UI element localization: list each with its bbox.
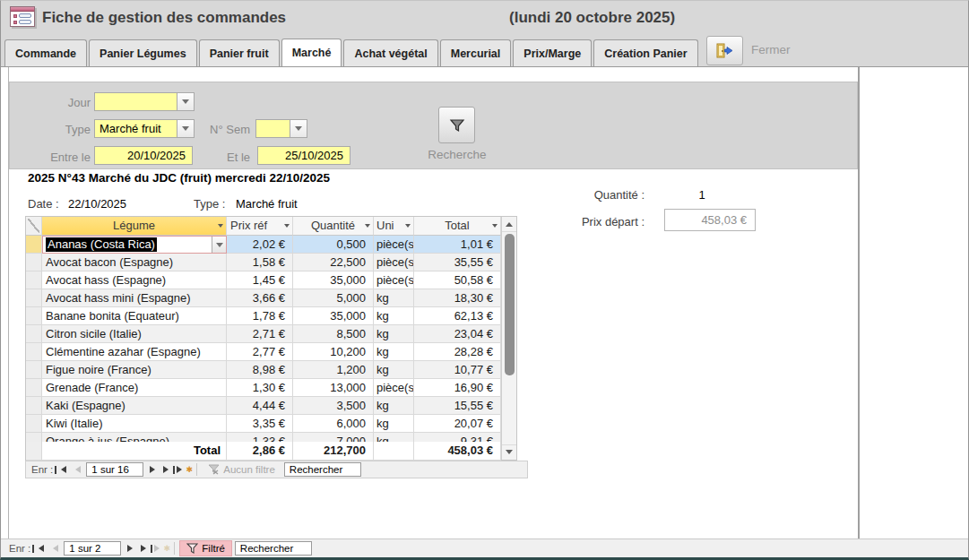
- column-header-legume[interactable]: Légume: [42, 217, 227, 236]
- sort-dropdown-icon[interactable]: [284, 224, 290, 230]
- row-selector[interactable]: [26, 325, 42, 343]
- cell-uni[interactable]: kg: [374, 289, 414, 307]
- cell-quantite[interactable]: 13,000: [293, 379, 374, 397]
- cell-uni[interactable]: kg: [374, 361, 414, 379]
- cell-prix-ref[interactable]: 2,71 €: [227, 325, 293, 343]
- cell-total[interactable]: 28,28 €: [414, 343, 501, 361]
- first-record-button[interactable]: [30, 541, 46, 556]
- cell-legume[interactable]: Avocat bacon (Espagne): [42, 254, 227, 271]
- type-combobox[interactable]: Marché fruit: [94, 119, 195, 138]
- cell-legume[interactable]: Kaki (Espagne): [42, 397, 227, 415]
- cell-total[interactable]: 10,77 €: [414, 361, 501, 379]
- date-from-field[interactable]: 20/10/2025: [94, 146, 193, 165]
- cell-uni[interactable]: pièce(s): [374, 236, 414, 254]
- next-record-button[interactable]: [124, 541, 139, 556]
- row-selector[interactable]: [26, 307, 42, 325]
- close-button-label[interactable]: Fermer: [751, 43, 791, 56]
- cell-quantite[interactable]: 8,500: [293, 325, 374, 343]
- cell-uni[interactable]: kg: [374, 343, 414, 361]
- row-selector[interactable]: [26, 397, 42, 415]
- close-button[interactable]: [706, 36, 743, 65]
- cell-legume[interactable]: Citron sicile (Italie): [42, 325, 227, 343]
- jour-combobox[interactable]: [94, 92, 195, 111]
- cell-legume[interactable]: Kiwi (Italie): [42, 415, 227, 433]
- cell-uni[interactable]: kg: [374, 415, 414, 433]
- cell-total[interactable]: 50,58 €: [414, 271, 501, 289]
- column-header-prix-ref[interactable]: Prix réf: [227, 217, 293, 236]
- row-selector[interactable]: [26, 361, 42, 379]
- previous-record-button[interactable]: [68, 462, 83, 477]
- tab-7[interactable]: Prix/Marge: [513, 39, 592, 66]
- cell-legume[interactable]: Orange à jus (Espagne): [42, 433, 227, 442]
- row-selector[interactable]: [26, 433, 42, 442]
- select-all-cell[interactable]: [26, 217, 42, 236]
- column-header-total[interactable]: Total: [414, 217, 501, 236]
- tab-1[interactable]: Commande: [4, 39, 87, 66]
- cell-prix-ref[interactable]: 1,30 €: [227, 379, 293, 397]
- cell-total[interactable]: 35,55 €: [414, 254, 501, 271]
- cell-total[interactable]: 15,55 €: [414, 397, 501, 415]
- chevron-down-icon[interactable]: [290, 120, 307, 137]
- next-record-button[interactable]: [146, 462, 161, 477]
- cell-total[interactable]: 18,30 €: [414, 289, 501, 307]
- new-record-button[interactable]: ✱: [177, 462, 192, 477]
- first-record-button[interactable]: [53, 462, 68, 477]
- scroll-down-button[interactable]: [502, 444, 516, 460]
- row-selector[interactable]: [26, 254, 42, 271]
- cell-uni[interactable]: kg: [374, 433, 414, 442]
- cell-quantite[interactable]: 22,500: [293, 254, 374, 271]
- cell-legume[interactable]: Banane bonita (Equateur): [42, 307, 227, 325]
- column-header-uni[interactable]: Uni: [374, 217, 414, 236]
- search-button[interactable]: [438, 107, 475, 143]
- scroll-up-button[interactable]: [502, 217, 516, 232]
- cell-quantite[interactable]: 7,000: [293, 433, 374, 442]
- tab-2[interactable]: Panier Légumes: [89, 39, 197, 66]
- tab-8[interactable]: Création Panier: [593, 39, 697, 66]
- row-selector[interactable]: [26, 289, 42, 307]
- no-filter-button[interactable]: Aucun filtre: [202, 461, 281, 478]
- subform-search-input[interactable]: Rechercher: [284, 462, 361, 477]
- cell-legume[interactable]: Ananas (Costa Rica): [42, 236, 227, 254]
- tab-3[interactable]: Panier fruit: [199, 39, 280, 66]
- vertical-scrollbar[interactable]: [501, 217, 516, 460]
- record-position-box[interactable]: 1 sur 16: [86, 462, 143, 477]
- cell-legume[interactable]: Clémentine azahar (Espagne): [42, 343, 227, 361]
- last-record-button[interactable]: [139, 541, 154, 556]
- cell-uni[interactable]: kg: [374, 325, 414, 343]
- row-selector[interactable]: [26, 271, 42, 289]
- main-search-input[interactable]: Rechercher: [235, 541, 312, 556]
- sort-dropdown-icon[interactable]: [492, 224, 497, 230]
- cell-prix-ref[interactable]: 8,98 €: [227, 361, 293, 379]
- cell-quantite[interactable]: 35,000: [293, 307, 374, 325]
- cell-quantite[interactable]: 3,500: [293, 397, 374, 415]
- filtered-button[interactable]: Filtré: [179, 540, 232, 556]
- cell-total[interactable]: 23,04 €: [414, 325, 501, 343]
- previous-record-button[interactable]: [46, 541, 61, 556]
- cell-prix-ref[interactable]: 1,45 €: [227, 271, 293, 289]
- cell-legume[interactable]: Grenade (France): [42, 379, 227, 397]
- sort-dropdown-icon[interactable]: [405, 224, 411, 230]
- tab-5[interactable]: Achat végétal: [343, 39, 437, 66]
- cell-prix-ref[interactable]: 2,77 €: [227, 343, 293, 361]
- sort-dropdown-icon[interactable]: [365, 224, 370, 230]
- cell-uni[interactable]: kg: [374, 307, 414, 325]
- cell-quantite[interactable]: 10,200: [293, 343, 374, 361]
- sort-dropdown-icon[interactable]: [218, 224, 223, 230]
- cell-prix-ref[interactable]: 1,58 €: [227, 254, 293, 271]
- semaine-combobox[interactable]: [255, 119, 307, 138]
- cell-uni[interactable]: pièce(s): [374, 379, 414, 397]
- cell-quantite[interactable]: 1,200: [293, 361, 374, 379]
- cell-total[interactable]: 16,90 €: [414, 379, 501, 397]
- cell-legume[interactable]: Avocat hass (Espagne): [42, 271, 227, 289]
- row-selector[interactable]: [26, 379, 42, 397]
- row-selector[interactable]: [26, 236, 42, 254]
- cell-quantite[interactable]: 6,000: [293, 415, 374, 433]
- cell-legume[interactable]: Figue noire (France): [42, 361, 227, 379]
- cell-prix-ref[interactable]: 4,44 €: [227, 397, 293, 415]
- tab-4[interactable]: Marché: [281, 39, 342, 66]
- legume-combo-button[interactable]: [212, 237, 226, 253]
- cell-uni[interactable]: pièce(s): [374, 271, 414, 289]
- cell-prix-ref[interactable]: 1,78 €: [227, 307, 293, 325]
- cell-total[interactable]: 20,07 €: [414, 415, 501, 433]
- chevron-down-icon[interactable]: [177, 93, 194, 110]
